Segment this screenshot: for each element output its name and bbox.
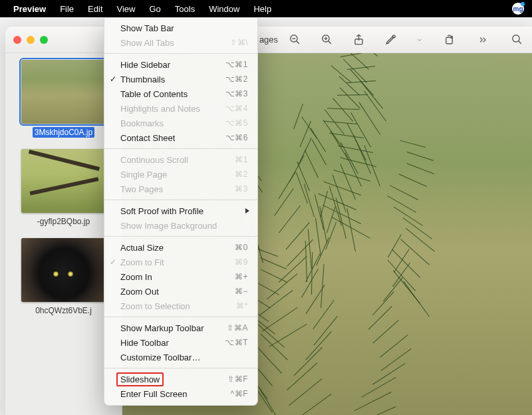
menu-item-hide-toolbar[interactable]: Hide Toolbar⌥⌘T [104,335,257,350]
menu-item-enter-full-screen[interactable]: Enter Full Screen^⌘F [104,386,257,401]
markup-button[interactable] [383,33,398,47]
menu-item-zoom-to-fit: ✓Zoom to Fit⌘9 [104,255,257,269]
menu-item-shortcut: ⌥⌘T [225,338,248,347]
menu-item-shortcut: ⌘− [235,287,248,296]
window-toolbar [287,33,524,47]
thumbnail-preview [21,238,106,302]
thumbnail-item[interactable]: 3MskhjdoC0A.jp [15,60,112,137]
thumbnail-preview [21,60,106,124]
menu-item-zoom-in[interactable]: Zoom In⌘+ [104,269,257,284]
menu-item-soft-proof-with-profile[interactable]: Soft Proof with Profile [104,204,257,218]
menu-item-label: Show Markup Toolbar [120,323,204,333]
menu-separator [104,368,257,368]
svg-line-11 [518,41,521,44]
menu-separator [104,148,257,149]
menu-item-label: Thumbnails [120,74,165,84]
toolbar-overflow-button[interactable] [473,33,492,47]
menu-item-contact-sheet[interactable]: Contact Sheet⌥⌘6 [104,130,257,145]
menu-file[interactable]: File [59,3,75,15]
menu-help[interactable]: Help [252,3,273,15]
svg-point-8 [392,35,395,38]
menu-item-label: Actual Size [120,243,164,253]
preview-window: ages [5,27,532,415]
zoom-window-button[interactable] [40,36,48,44]
menu-item-show-tab-bar[interactable]: Show Tab Bar [104,21,257,35]
chevrons-right-icon [476,35,489,45]
menu-item-shortcut: ^⌘F [231,389,248,398]
menu-item-show-markup-toolbar[interactable]: Show Markup Toolbar⇧⌘A [104,321,257,335]
thumbnail-item[interactable]: -gyflp2BQbo.jp [15,149,112,226]
menu-item-actual-size[interactable]: Actual Size⌘0 [104,240,257,255]
status-menulet[interactable]: mg [512,3,524,15]
menu-window[interactable]: Window [207,3,241,15]
menu-item-zoom-out[interactable]: Zoom Out⌘− [104,284,257,299]
menu-item-label: Zoom In [120,272,152,282]
menu-separator [104,236,257,237]
menu-item-customize-toolbar[interactable]: Customize Toolbar… [104,350,257,364]
menu-item-continuous-scroll: Continuous Scroll⌘1 [104,152,257,167]
thumbnail-preview [21,149,106,213]
menu-item-shortcut: ⌘9 [235,257,248,267]
menu-item-slideshow[interactable]: Slideshow⇧⌘F [104,372,257,386]
rotate-button[interactable] [442,33,456,47]
menu-item-label: Show All Tabs [120,38,174,48]
menu-item-label: Contact Sheet [120,133,175,143]
zoom-out-button[interactable] [287,33,302,47]
zoom-out-icon [289,33,301,46]
menu-item-label: Table of Contents [120,89,188,99]
menu-item-shortcut: ⌘+ [235,272,248,281]
menu-item-thumbnails[interactable]: ✓Thumbnails⌥⌘2 [104,72,257,86]
markup-more-button[interactable] [415,33,424,47]
search-button[interactable] [509,33,524,47]
minimize-window-button[interactable] [27,36,35,44]
menu-item-shortcut: ⇧⌘A [227,323,248,333]
menu-edit[interactable]: Edit [86,3,104,15]
menu-item-label: Soft Proof with Profile [120,206,203,216]
close-window-button[interactable] [13,36,21,44]
view-menu-dropdown: Show Tab BarShow All Tabs⇧⌘\Hide Sidebar… [104,17,258,406]
menu-item-shortcut: ⌘* [236,301,248,311]
menu-item-two-pages: Two Pages⌘3 [104,182,257,196]
zoom-in-button[interactable] [319,33,334,47]
share-button[interactable] [351,33,366,47]
menu-item-shortcut: ⌘3 [235,184,248,194]
menu-view[interactable]: View [116,3,137,15]
status-initials: mg [513,5,523,13]
menu-item-hide-sidebar[interactable]: Hide Sidebar⌥⌘1 [104,57,257,72]
menu-item-shortcut: ⌥⌘1 [225,60,248,69]
menu-item-shortcut: ⌥⌘6 [225,133,248,142]
menu-item-label: Slideshow [116,372,164,386]
menu-item-label: Bookmarks [120,118,164,128]
app-menu[interactable]: Preview [12,3,47,15]
checkmark-icon: ✓ [110,74,116,84]
menu-separator [104,200,257,200]
menu-item-shortcut: ⌥⌘5 [225,118,248,128]
menu-item-shortcut: ⌥⌘4 [225,104,248,113]
menu-item-shortcut: ⌘0 [235,243,248,252]
system-menubar: Preview File Edit View Go Tools Window H… [0,0,532,17]
menu-separator [104,317,257,317]
menu-item-label: Two Pages [120,184,163,194]
window-content: 3MskhjdoC0A.jp -gyflp2BQbo.jp 0hcQWzt6Vb… [5,53,532,415]
menu-item-show-image-background: Show Image Background [104,218,257,233]
menu-item-label: Show Tab Bar [120,23,174,33]
thumbnail-item[interactable]: 0hcQWzt6VbE.j [15,238,112,315]
thumbnail-caption: -gyflp2BQbo.jp [15,217,112,226]
menu-item-shortcut: ⌘2 [235,170,248,179]
menu-item-highlights-and-notes: Highlights and Notes⌥⌘4 [104,101,257,116]
menu-item-shortcut: ⌥⌘3 [225,89,248,98]
chevron-down-icon [416,37,423,43]
menu-item-label: Single Page [120,170,167,180]
menu-go[interactable]: Go [148,3,162,15]
menu-item-zoom-to-selection: Zoom to Selection⌘* [104,299,257,313]
checkmark-icon: ✓ [110,257,116,267]
menu-item-shortcut: ⇧⌘\ [230,38,248,47]
menu-item-label: Hide Toolbar [120,338,169,348]
menu-tools[interactable]: Tools [174,3,196,15]
markup-icon [384,33,397,46]
menu-item-label: Continuous Scroll [120,155,188,165]
menu-item-table-of-contents[interactable]: Table of Contents⌥⌘3 [104,86,257,101]
window-titlebar: ages [5,27,532,53]
thumbnail-caption: 0hcQWzt6VbE.j [15,306,112,315]
notification-dot-icon [521,2,525,6]
